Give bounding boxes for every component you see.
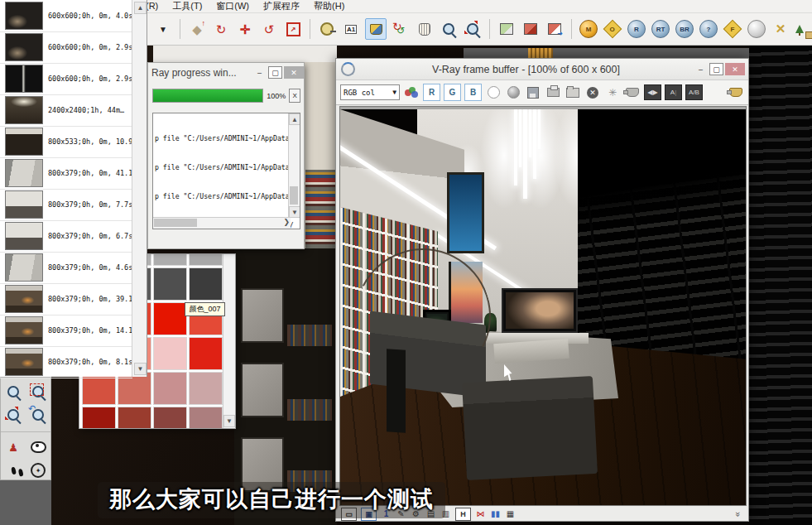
history-item[interactable]: 800x379;0h, 0m, 41.1s bbox=[0, 157, 132, 190]
print-image-icon[interactable] bbox=[545, 84, 561, 100]
menu-item-tools[interactable]: 工具(T) bbox=[172, 0, 202, 12]
vray-help-icon[interactable]: ? bbox=[699, 19, 718, 39]
vray-proxy-export-icon[interactable] bbox=[795, 19, 812, 39]
pan-icon[interactable] bbox=[415, 19, 435, 39]
position-camera-icon[interactable]: ♟ bbox=[1, 436, 26, 459]
scroll-right-icon[interactable]: ❯ bbox=[283, 218, 290, 226]
history-item[interactable]: 800x379;0h, 0m, 6.7s bbox=[0, 220, 132, 253]
scroll-down-icon[interactable]: ▼ bbox=[223, 415, 235, 427]
channel-select-dropdown[interactable]: RGB col▼ bbox=[340, 84, 400, 100]
zoom-icon[interactable] bbox=[439, 19, 459, 39]
zoom-extents-tool-icon[interactable] bbox=[1, 403, 26, 426]
clear-image-icon[interactable]: ✕ bbox=[584, 84, 601, 100]
color-swatch[interactable] bbox=[189, 407, 223, 429]
render-thumbnail[interactable] bbox=[5, 96, 43, 124]
history-item[interactable]: 600x600;0h, 0m, 4.0s bbox=[0, 0, 132, 32]
ab-swap-icon[interactable]: A/B bbox=[685, 84, 703, 100]
color-swatch[interactable] bbox=[82, 407, 116, 429]
histogram-icon[interactable]: H bbox=[455, 508, 471, 521]
collapse-chevron-icon[interactable]: » bbox=[733, 508, 744, 519]
color-swatch[interactable] bbox=[189, 337, 223, 370]
dimension-icon[interactable]: A1 bbox=[341, 19, 361, 39]
scroll-up-icon[interactable]: ▲ bbox=[134, 2, 147, 14]
log-vscrollbar[interactable]: ▲ ▼ bbox=[288, 113, 300, 218]
compare-horizontal-icon[interactable]: ◀▶ bbox=[644, 84, 661, 100]
vray-frame-buffer-icon[interactable]: F bbox=[723, 19, 742, 39]
tape-measure-icon[interactable] bbox=[317, 19, 337, 39]
paint-bucket-icon[interactable] bbox=[365, 18, 387, 40]
maximize-icon[interactable]: ▢ bbox=[709, 63, 723, 75]
vray-options-icon[interactable]: O bbox=[603, 19, 622, 39]
history-item[interactable]: 800x379;0h, 0m, 39.1s bbox=[0, 283, 132, 315]
save-image-icon[interactable] bbox=[525, 84, 541, 100]
render-image[interactable] bbox=[339, 106, 747, 506]
history-item[interactable]: 600x600;0h, 0m, 2.9s bbox=[0, 31, 132, 64]
palette-scrollbar[interactable]: ▼ bbox=[223, 254, 235, 428]
render-log[interactable]: p file "C:/Users/ADMINI~1/AppData/ p fil… bbox=[152, 113, 300, 229]
history-scrollbar[interactable]: ▲ ▼ bbox=[132, 0, 147, 377]
render-thumbnail[interactable] bbox=[5, 348, 43, 376]
render-last-icon[interactable] bbox=[728, 84, 744, 100]
monochrome-icon[interactable] bbox=[505, 84, 521, 100]
load-image-icon[interactable] bbox=[565, 84, 581, 100]
red-channel-button[interactable]: R bbox=[423, 84, 440, 101]
scroll-down-icon[interactable]: ▼ bbox=[289, 206, 300, 218]
close-icon[interactable]: ✕ bbox=[284, 66, 304, 79]
render-thumbnail[interactable] bbox=[5, 222, 43, 250]
toolbar-dropdown-caret[interactable]: ▼ bbox=[153, 19, 173, 39]
menu-item-help[interactable]: 帮助(H) bbox=[314, 0, 344, 12]
menu-item-extensions[interactable]: 扩展程序 bbox=[263, 0, 300, 12]
render-thumbnail[interactable] bbox=[5, 159, 43, 187]
scroll-down-icon[interactable]: ▼ bbox=[134, 363, 147, 375]
look-around-icon[interactable] bbox=[26, 436, 50, 459]
color-swatch[interactable] bbox=[189, 267, 223, 301]
history-item[interactable]: 2400x2400;1h, 44m… bbox=[0, 94, 132, 127]
rotate-icon[interactable]: ↺ bbox=[259, 19, 279, 39]
exposure-icon[interactable]: ▮▮ bbox=[490, 508, 501, 520]
color-swatch[interactable] bbox=[153, 253, 187, 266]
scale-icon[interactable]: ↗ bbox=[283, 19, 303, 39]
render-thumbnail[interactable] bbox=[5, 285, 43, 313]
render-thumbnail[interactable] bbox=[5, 253, 43, 282]
history-item[interactable]: 800x533;0h, 0m, 10.9s bbox=[0, 126, 132, 158]
vray-infinite-plane-icon[interactable]: ✕ bbox=[771, 19, 790, 39]
vfb-title-bar[interactable]: V-Ray frame buffer - [100% of 600 x 600]… bbox=[336, 59, 748, 80]
section-fill-icon[interactable] bbox=[545, 19, 565, 39]
color-swatch[interactable] bbox=[153, 337, 187, 370]
blue-channel-button[interactable]: B bbox=[464, 84, 482, 101]
render-thumbnail[interactable] bbox=[5, 190, 43, 219]
zoom-extents-icon[interactable] bbox=[463, 19, 483, 39]
render-thumbnail[interactable] bbox=[5, 2, 43, 30]
color-swatch[interactable] bbox=[153, 407, 187, 429]
color-swatch[interactable] bbox=[153, 372, 187, 405]
minimize-icon[interactable]: – bbox=[694, 63, 708, 75]
vray-materials-icon[interactable]: M bbox=[579, 19, 598, 39]
zoom-window-icon[interactable] bbox=[26, 380, 50, 403]
move-icon[interactable]: ✛ bbox=[235, 19, 255, 39]
progress-title-bar[interactable]: Ray progress win... – ▢ ✕ bbox=[148, 63, 304, 82]
ab-compare-icon[interactable]: A| bbox=[665, 84, 682, 100]
vray-render-icon[interactable]: R bbox=[627, 19, 646, 39]
render-thumbnail[interactable] bbox=[5, 33, 43, 61]
color-swatch[interactable] bbox=[189, 372, 223, 405]
color-swatch[interactable] bbox=[118, 407, 151, 429]
maximize-icon[interactable]: ▢ bbox=[268, 66, 282, 79]
orbit-icon[interactable]: ↻↺ bbox=[391, 19, 411, 39]
history-item[interactable]: 600x600;0h, 0m, 2.9s bbox=[0, 63, 132, 95]
log-hscrollbar[interactable]: ❯ bbox=[153, 217, 291, 229]
render-thumbnail[interactable] bbox=[5, 128, 43, 156]
history-item[interactable]: 800x379;0h, 0m, 14.1s bbox=[0, 315, 132, 347]
vray-sphere-light-icon[interactable] bbox=[747, 19, 766, 39]
previous-view-icon[interactable] bbox=[26, 403, 50, 426]
history-item[interactable]: 800x379;0h, 0m, 7.7s bbox=[0, 189, 132, 221]
progress-cancel-button[interactable]: X bbox=[289, 89, 300, 103]
walk-icon[interactable] bbox=[1, 459, 26, 482]
history-item[interactable]: 800x379;0h, 0m, 8.1s bbox=[0, 346, 132, 378]
pixel-info-icon[interactable]: ▦ bbox=[505, 508, 516, 520]
render-thumbnail[interactable] bbox=[5, 316, 43, 344]
vray-batch-render-icon[interactable]: BR bbox=[675, 19, 694, 39]
alpha-channel-icon[interactable] bbox=[485, 84, 502, 100]
zoom-tool-icon[interactable] bbox=[1, 380, 26, 403]
section-plane-icon[interactable] bbox=[497, 19, 517, 39]
close-icon[interactable]: ✕ bbox=[725, 63, 745, 75]
